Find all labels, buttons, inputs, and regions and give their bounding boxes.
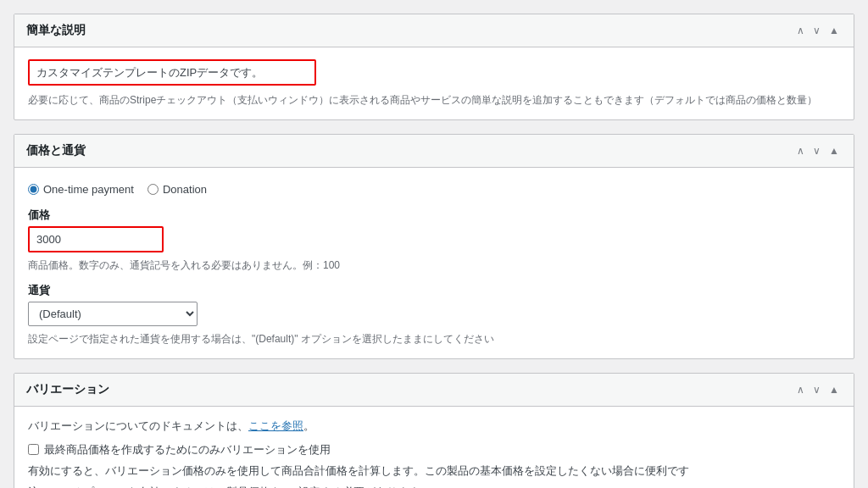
description-header: 簡単な説明 ∧ ∨ ▲ [14, 14, 854, 47]
collapse-up-icon[interactable]: ∧ [794, 24, 807, 37]
variation-collapse-down-icon[interactable]: ∨ [810, 383, 823, 396]
variation-collapse-up-icon[interactable]: ∧ [794, 383, 807, 396]
variation-checkbox[interactable] [28, 444, 39, 455]
variation-checkbox-row: 最終商品価格を作成するためにのみバリエーションを使用 [28, 442, 840, 458]
price-collapse-up-icon[interactable]: ∧ [794, 144, 807, 158]
variation-checkbox-label: 最終商品価格を作成するためにのみバリエーションを使用 [44, 442, 331, 458]
one-time-payment-text: One-time payment [43, 183, 134, 196]
variation-section: バリエーション ∧ ∨ ▲ バリエーションについてのドキュメントは、ここを参照。… [14, 373, 854, 488]
description-body: 必要に応じて、商品のStripeチェックアウト（支払いウィンドウ）に表示される商… [14, 47, 854, 119]
payment-type-row: One-time payment Donation [28, 183, 840, 196]
description-title: 簡単な説明 [26, 23, 86, 38]
variation-doc-text: バリエーションについてのドキュメントは、ここを参照。 [28, 419, 840, 434]
one-time-payment-radio[interactable] [28, 184, 39, 195]
variation-title: バリエーション [26, 382, 109, 397]
one-time-payment-label[interactable]: One-time payment [28, 183, 134, 196]
variation-doc-suffix: 。 [303, 419, 314, 432]
price-currency-header: 価格と通貨 ∧ ∨ ▲ [14, 135, 854, 168]
variation-doc-prefix: バリエーションについてのドキュメントは、 [28, 419, 248, 432]
currency-help-text: 設定ページで指定された通貨を使用する場合は、"(Default)" オプションを… [28, 331, 840, 347]
variation-note-2: 注：このオプションを有効にするには、製品価格を0に設定する必要があります [28, 485, 840, 489]
price-currency-title: 価格と通貨 [26, 143, 86, 158]
variation-doc-link[interactable]: ここを参照 [248, 419, 303, 432]
price-input[interactable] [28, 226, 164, 252]
collapse-down-icon[interactable]: ∨ [810, 24, 823, 37]
price-currency-controls: ∧ ∨ ▲ [794, 144, 842, 158]
description-input[interactable] [28, 59, 316, 86]
donation-text: Donation [163, 183, 207, 196]
price-currency-body: One-time payment Donation 価格 商品価格。数字のみ、通… [14, 168, 854, 358]
price-help-text: 商品価格。数字のみ、通貨記号を入れる必要はありません。例：100 [28, 258, 840, 273]
description-controls: ∧ ∨ ▲ [794, 24, 842, 37]
donation-label[interactable]: Donation [147, 183, 207, 196]
variation-body: バリエーションについてのドキュメントは、ここを参照。 最終商品価格を作成するため… [14, 407, 854, 488]
price-currency-section: 価格と通貨 ∧ ∨ ▲ One-time payment Donation 価格… [14, 134, 854, 359]
price-collapse-down-icon[interactable]: ∨ [810, 144, 823, 158]
price-collapse-arrow-icon[interactable]: ▲ [826, 144, 842, 158]
currency-select[interactable]: (Default) JPY USD EUR GBP [28, 302, 198, 326]
description-help-text: 必要に応じて、商品のStripeチェックアウト（支払いウィンドウ）に表示される商… [28, 92, 840, 108]
collapse-arrow-icon[interactable]: ▲ [826, 24, 842, 37]
variation-header: バリエーション ∧ ∨ ▲ [14, 374, 854, 407]
variation-note-1: 有効にすると、バリエーション価格のみを使用して商品合計価格を計算します。この製品… [28, 463, 840, 480]
variation-controls: ∧ ∨ ▲ [794, 383, 842, 396]
description-section: 簡単な説明 ∧ ∨ ▲ 必要に応じて、商品のStripeチェックアウト（支払いウ… [14, 14, 854, 120]
donation-radio[interactable] [147, 184, 159, 195]
currency-field-label: 通貨 [28, 283, 840, 298]
variation-collapse-arrow-icon[interactable]: ▲ [826, 383, 842, 396]
price-field-label: 価格 [28, 208, 840, 223]
